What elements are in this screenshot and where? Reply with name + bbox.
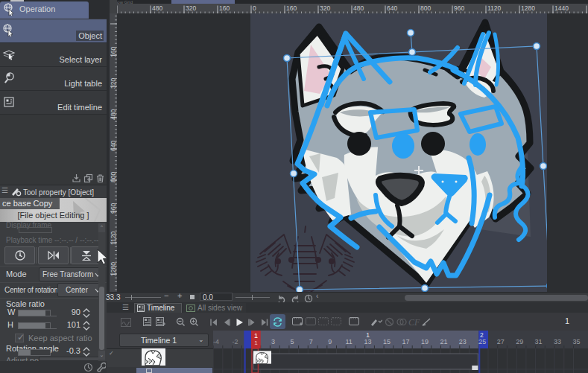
svg-text:33: 33 [554,338,561,345]
svg-text:29: 29 [516,338,523,345]
svg-text:27: 27 [497,338,505,345]
svg-text:9: 9 [328,338,332,345]
svg-text:17: 17 [402,338,409,345]
svg-text:1: 1 [254,332,258,339]
svg-text:23: 23 [459,338,467,345]
svg-text:19: 19 [421,338,429,345]
svg-text:7: 7 [309,338,313,345]
svg-text:-2: -2 [233,338,238,345]
svg-text:-4: -4 [213,338,219,345]
svg-text:15: 15 [383,338,391,345]
svg-text:5: 5 [290,338,294,345]
svg-text:3: 3 [271,338,275,345]
svg-text:2: 2 [480,331,484,339]
svg-text:21: 21 [440,338,447,345]
svg-text:35: 35 [572,338,580,345]
svg-text:11: 11 [346,338,353,345]
svg-text:31: 31 [535,338,543,345]
svg-text:1: 1 [366,331,370,339]
svg-text:13: 13 [364,338,372,345]
svg-text:25: 25 [478,338,486,345]
svg-text:1: 1 [254,339,258,346]
svg-text:CF: CF [408,317,420,327]
